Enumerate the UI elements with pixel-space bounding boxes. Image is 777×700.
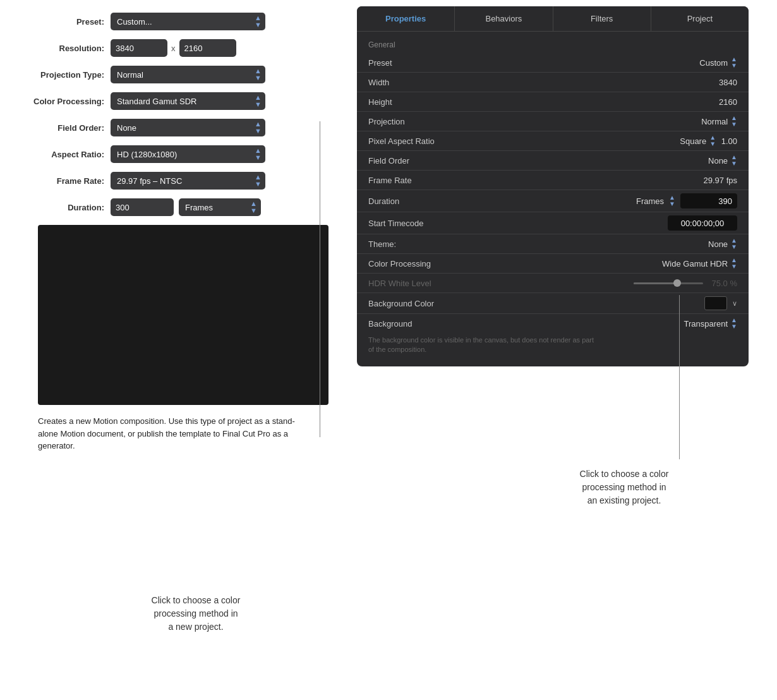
preset-label: Preset: — [19, 17, 111, 27]
prop-hdr-label: HDR White Level — [368, 279, 469, 288]
hdr-slider-thumb — [673, 279, 681, 287]
tab-project[interactable]: Project — [651, 6, 749, 31]
tab-properties[interactable]: Properties — [357, 6, 455, 31]
color-proc-arrows-icon: ▲▼ — [731, 257, 737, 270]
prop-hdr-white-level: HDR White Level 75.0 % — [357, 274, 749, 293]
properties-content: General Preset Custom ▲▼ Width 3840 Heig… — [357, 32, 749, 366]
section-general: General — [357, 37, 749, 53]
duration-chevron-icon: ▲▼ — [250, 200, 257, 214]
prop-pixel-aspect-label: Pixel Aspect Ratio — [368, 136, 469, 146]
prop-theme: Theme: None ▲▼ — [357, 234, 749, 253]
prop-preset-label: Preset — [368, 58, 469, 68]
prop-height-value: 2160 — [719, 97, 737, 107]
prop-duration: Duration Frames ▲▼ — [357, 190, 749, 212]
color-processing-chevron-icon: ▲▼ — [255, 94, 262, 108]
prop-duration-label: Duration — [368, 196, 469, 206]
prop-duration-value[interactable]: Frames ▲▼ — [636, 193, 737, 208]
color-processing-select[interactable]: Standard Gamut SDR ▲▼ — [111, 92, 265, 110]
prop-background: Background Transparent ▲▼ — [357, 314, 749, 333]
aspect-ratio-label: Aspect Ratio: — [19, 150, 111, 159]
color-swatch[interactable] — [704, 296, 727, 310]
callout-line-right — [679, 295, 680, 459]
aspect-ratio-row: Aspect Ratio: HD (1280x1080) ▲▼ — [19, 145, 335, 163]
aspect-ratio-select[interactable]: HD (1280x1080) ▲▼ — [111, 145, 265, 163]
field-order-row: Field Order: None ▲▼ — [19, 119, 335, 136]
prop-timecode-label: Start Timecode — [368, 219, 469, 228]
prop-frame-rate-label: Frame Rate — [368, 176, 469, 185]
prop-bg-color-label: Background Color — [368, 299, 469, 308]
left-panel: Preset: Custom... ▲▼ Resolution: 3840 x … — [19, 13, 335, 452]
duration-input[interactable]: 300 — [111, 198, 174, 216]
prop-projection-value[interactable]: Normal ▲▼ — [701, 115, 737, 128]
tab-filters[interactable]: Filters — [553, 6, 651, 31]
callout-left-label: Click to choose a colorprocessing method… — [152, 595, 241, 632]
preset-row: Preset: Custom... ▲▼ — [19, 13, 335, 30]
prop-width-label: Width — [368, 78, 469, 87]
prop-pixel-aspect: Pixel Aspect Ratio Square ▲▼ 1.00 — [357, 131, 749, 150]
prop-frame-rate-value: 29.97 fps — [704, 176, 738, 185]
projection-value: Normal — [117, 70, 255, 80]
preview-box — [38, 225, 328, 405]
tabs-bar: Properties Behaviors Filters Project — [357, 6, 749, 32]
prop-projection: Projection Normal ▲▼ — [357, 112, 749, 131]
projection-select[interactable]: Normal ▲▼ — [111, 66, 265, 83]
field-order-select[interactable]: None ▲▼ — [111, 119, 265, 136]
prop-pixel-aspect-value[interactable]: Square ▲▼ 1.00 — [680, 135, 737, 147]
color-processing-value: Standard Gamut SDR — [117, 97, 255, 106]
prop-bg-color-value[interactable]: ∨ — [704, 296, 737, 310]
description-text: Creates a new Motion composition. Use th… — [38, 415, 297, 452]
duration-arrows-icon: ▲▼ — [669, 195, 675, 207]
frame-rate-chevron-icon: ▲▼ — [255, 174, 262, 188]
right-panel: Properties Behaviors Filters Project Gen… — [357, 6, 749, 366]
aspect-ratio-value: HD (1280x1080) — [117, 150, 255, 159]
preset-select[interactable]: Custom... ▲▼ — [111, 13, 265, 30]
callout-text-right: Click to choose a colorprocessing method… — [517, 468, 732, 507]
background-help-text: The background color is visible in the c… — [357, 333, 610, 361]
hdr-slider-track[interactable] — [634, 282, 703, 284]
duration-inputs: 300 Frames ▲▼ — [111, 198, 261, 216]
color-dropdown-arrow-icon[interactable]: ∨ — [732, 299, 737, 308]
prop-preset: Preset Custom ▲▼ — [357, 53, 749, 72]
field-order-arrows-icon: ▲▼ — [731, 154, 737, 167]
prop-width: Width 3840 — [357, 73, 749, 92]
prop-color-proc-value[interactable]: Wide Gamut HDR ▲▼ — [662, 257, 737, 270]
color-processing-row: Color Processing: Standard Gamut SDR ▲▼ — [19, 92, 335, 110]
duration-row: Duration: 300 Frames ▲▼ — [19, 198, 335, 216]
timecode-input[interactable] — [668, 215, 737, 231]
prop-color-proc-label: Color Processing — [368, 259, 469, 269]
prop-height-label: Height — [368, 97, 469, 107]
prop-hdr-value: 75.0 % — [634, 279, 737, 288]
prop-theme-value[interactable]: None ▲▼ — [708, 238, 737, 250]
prop-field-order-label: Field Order — [368, 156, 469, 166]
duration-label: Duration: — [19, 203, 111, 212]
resolution-row: Resolution: 3840 x 2160 — [19, 39, 335, 57]
preset-value: Custom... — [117, 17, 255, 27]
prop-projection-label: Projection — [368, 117, 469, 126]
callout-right-label: Click to choose a colorprocessing method… — [580, 469, 669, 505]
prop-timecode-value[interactable] — [668, 215, 737, 231]
prop-field-order-value[interactable]: None ▲▼ — [708, 154, 737, 167]
resolution-width-input[interactable]: 3840 — [111, 39, 167, 57]
prop-frame-rate: Frame Rate 29.97 fps — [357, 171, 749, 190]
duration-unit-value: Frames — [185, 203, 250, 212]
preset-mini-arrows-icon: ▲▼ — [731, 56, 737, 69]
hdr-slider-fill — [634, 282, 675, 284]
field-order-chevron-icon: ▲▼ — [255, 121, 262, 135]
duration-unit-label: Frames — [636, 196, 664, 206]
x-separator: x — [171, 44, 176, 53]
prop-preset-value[interactable]: Custom ▲▼ — [699, 56, 737, 69]
tab-behaviors[interactable]: Behaviors — [455, 6, 553, 31]
chevron-updown-icon: ▲▼ — [255, 15, 262, 28]
prop-background-value[interactable]: Transparent ▲▼ — [684, 317, 737, 330]
prop-color-processing: Color Processing Wide Gamut HDR ▲▼ — [357, 254, 749, 273]
duration-unit-select[interactable]: Frames ▲▼ — [179, 198, 261, 216]
resolution-height-input[interactable]: 2160 — [179, 39, 236, 57]
callout-line-left — [320, 121, 320, 437]
duration-frames-input[interactable] — [680, 193, 737, 208]
field-order-label: Field Order: — [19, 123, 111, 133]
aspect-ratio-chevron-icon: ▲▼ — [255, 147, 262, 161]
resolution-inputs: 3840 x 2160 — [111, 39, 236, 57]
projection-type-label: Projection Type: — [19, 70, 111, 80]
frame-rate-select[interactable]: 29.97 fps – NTSC ▲▼ — [111, 172, 265, 190]
projection-mini-arrows-icon: ▲▼ — [731, 115, 737, 128]
